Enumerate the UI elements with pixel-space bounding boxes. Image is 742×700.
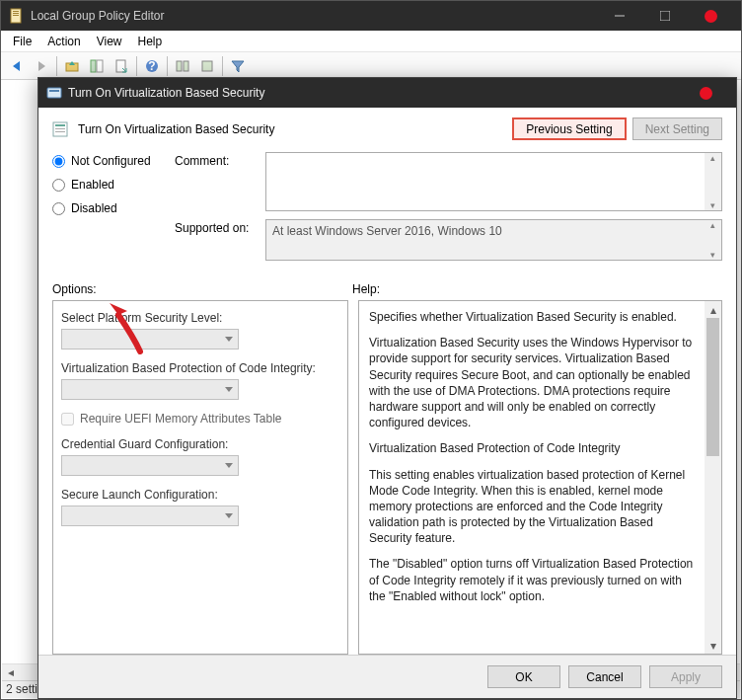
standard-view-button[interactable] xyxy=(195,54,219,78)
radio-not-configured-input[interactable] xyxy=(52,155,65,168)
toolbar-separator xyxy=(222,56,223,76)
export-list-button[interactable] xyxy=(110,54,133,78)
fields-col: Comment: ▴▾ Supported on: At least Windo… xyxy=(175,152,722,269)
radio-disabled-input[interactable] xyxy=(52,202,65,215)
back-button[interactable] xyxy=(5,54,29,78)
apply-button[interactable]: Apply xyxy=(649,665,722,688)
policy-setting-icon xyxy=(52,120,70,138)
panel-labels: Options: Help: xyxy=(52,282,722,296)
help-p3: Virtualization Based Protection of Code … xyxy=(369,440,695,456)
panels-row: Select Platform Security Level: Virtuali… xyxy=(52,300,722,655)
options-label: Options: xyxy=(52,282,352,296)
toolbar-separator xyxy=(136,56,137,76)
vbpci-combo[interactable] xyxy=(61,379,239,400)
previous-setting-button[interactable]: Previous Setting xyxy=(512,117,626,140)
scroll-down-icon[interactable]: ▾ xyxy=(705,637,721,654)
help-p2: Virtualization Based Security uses the W… xyxy=(369,335,695,430)
comment-label: Comment: xyxy=(175,152,265,211)
svg-rect-1 xyxy=(13,11,19,12)
extended-view-button[interactable] xyxy=(171,54,194,78)
svg-text:?: ? xyxy=(148,59,155,73)
securelaunch-label: Secure Launch Configuration: xyxy=(61,488,339,502)
platform-level-label: Select Platform Security Level: xyxy=(61,311,339,325)
dialog-body: Turn On Virtualization Based Security Pr… xyxy=(38,108,736,655)
supported-scrollbar[interactable]: ▴▾ xyxy=(705,220,721,260)
maximize-button[interactable] xyxy=(642,1,688,31)
dialog-titlebar: Turn On Virtualization Based Security xyxy=(38,78,736,108)
menu-action[interactable]: Action xyxy=(39,33,88,50)
state-radio-group: Not Configured Enabled Disabled xyxy=(52,152,161,269)
menu-help[interactable]: Help xyxy=(130,33,171,50)
parent-titlebar: Local Group Policy Editor xyxy=(1,1,741,31)
radio-enabled[interactable]: Enabled xyxy=(52,178,161,192)
menu-view[interactable]: View xyxy=(89,33,130,50)
help-p5: The "Disabled" option turns off Virtuali… xyxy=(369,556,695,604)
svg-rect-20 xyxy=(55,128,65,129)
svg-rect-8 xyxy=(91,60,96,72)
comment-scrollbar[interactable]: ▴▾ xyxy=(705,153,721,210)
credguard-label: Credential Guard Configuration: xyxy=(61,437,339,451)
comment-textarea[interactable]: ▴▾ xyxy=(265,152,722,211)
vbpci-label: Virtualization Based Protection of Code … xyxy=(61,361,339,375)
show-tree-button[interactable] xyxy=(85,54,109,78)
close-button[interactable] xyxy=(688,1,733,31)
supported-label: Supported on: xyxy=(175,219,265,261)
svg-rect-3 xyxy=(13,15,19,16)
ok-button[interactable]: OK xyxy=(487,665,560,688)
uefi-checkbox-label: Require UEFI Memory Attributes Table xyxy=(80,412,282,426)
forward-button[interactable] xyxy=(30,54,53,78)
filter-button[interactable] xyxy=(226,54,250,78)
toolbar-separator xyxy=(56,56,57,76)
svg-rect-5 xyxy=(660,11,670,21)
cancel-button[interactable]: Cancel xyxy=(568,665,641,688)
credguard-combo[interactable] xyxy=(61,455,239,476)
svg-point-6 xyxy=(705,10,717,23)
policy-heading: Turn On Virtualization Based Security xyxy=(78,122,506,136)
svg-rect-19 xyxy=(55,124,65,126)
minimize-button[interactable] xyxy=(597,1,642,31)
uefi-checkbox-row[interactable]: Require UEFI Memory Attributes Table xyxy=(61,412,339,426)
dialog-header-row: Turn On Virtualization Based Security Pr… xyxy=(52,117,722,140)
up-folder-button[interactable] xyxy=(60,54,84,78)
radio-disabled[interactable]: Disabled xyxy=(52,201,161,215)
help-panel: Specifies whether Virtualization Based S… xyxy=(358,300,722,655)
dialog-close-button[interactable] xyxy=(683,78,728,108)
close-icon xyxy=(700,87,712,100)
policy-icon xyxy=(46,85,62,101)
scroll-up-icon[interactable]: ▴ xyxy=(705,301,721,318)
radio-enabled-input[interactable] xyxy=(52,179,65,192)
next-setting-button[interactable]: Next Setting xyxy=(632,117,722,140)
platform-level-combo[interactable] xyxy=(61,329,239,350)
scroll-left-icon[interactable]: ◂ xyxy=(2,664,19,681)
radio-not-configured[interactable]: Not Configured xyxy=(52,154,161,168)
svg-rect-21 xyxy=(55,131,65,132)
scroll-track[interactable] xyxy=(705,456,721,637)
toolbar-separator xyxy=(167,56,168,76)
svg-rect-14 xyxy=(184,61,188,71)
svg-rect-9 xyxy=(97,60,103,72)
options-panel: Select Platform Security Level: Virtuali… xyxy=(52,300,348,655)
help-label: Help: xyxy=(352,282,380,296)
help-p1: Specifies whether Virtualization Based S… xyxy=(369,309,695,325)
help-text: Specifies whether Virtualization Based S… xyxy=(359,301,705,654)
svg-rect-13 xyxy=(177,61,182,71)
menu-file[interactable]: File xyxy=(5,33,39,50)
svg-rect-2 xyxy=(13,13,19,14)
supported-on-text: At least Windows Server 2016, Windows 10 xyxy=(272,224,502,238)
help-p4: This setting enables virtualization base… xyxy=(369,467,695,547)
dialog-footer: OK Cancel Apply xyxy=(38,655,736,698)
help-scrollbar[interactable]: ▴ ▾ xyxy=(705,301,721,654)
menubar: File Action View Help xyxy=(1,31,741,52)
parent-title: Local Group Policy Editor xyxy=(31,9,597,23)
svg-rect-16 xyxy=(47,88,61,98)
svg-rect-15 xyxy=(202,61,212,71)
scroll-thumb[interactable] xyxy=(706,318,719,456)
securelaunch-combo[interactable] xyxy=(61,506,239,526)
gpedit-icon xyxy=(9,8,25,24)
help-button[interactable]: ? xyxy=(140,54,164,78)
uefi-checkbox[interactable] xyxy=(61,413,74,426)
svg-rect-17 xyxy=(49,90,59,92)
toolbar: ? xyxy=(1,52,741,80)
dialog-title: Turn On Virtualization Based Security xyxy=(68,86,683,100)
supported-on-box: At least Windows Server 2016, Windows 10… xyxy=(265,219,722,261)
